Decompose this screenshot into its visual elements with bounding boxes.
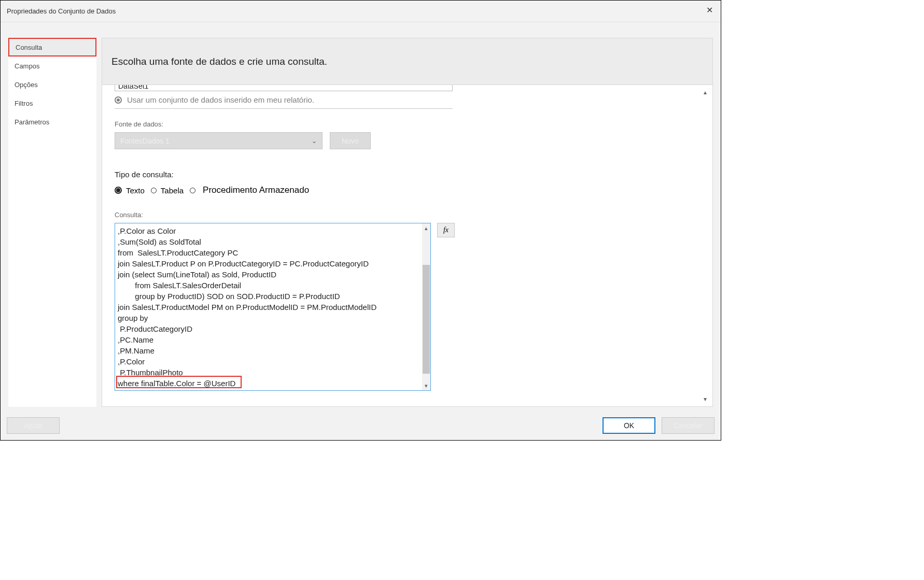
chevron-down-icon: ⌄ xyxy=(312,137,317,145)
datasource-selected-value: FontesDados 1 xyxy=(120,137,170,145)
sidebar-item-parametros[interactable]: Parâmetros xyxy=(8,112,96,131)
query-type-row: Texto Tabela Procedimento Armazenado xyxy=(115,185,700,195)
main-heading: Escolha uma fonte de dados e crie uma co… xyxy=(111,56,327,67)
new-datasource-button-label: Novo xyxy=(342,137,359,145)
query-textarea[interactable] xyxy=(115,223,422,390)
help-button[interactable]: Ajuda xyxy=(7,417,60,434)
ok-button-label: OK xyxy=(624,421,634,430)
query-type-text-radio[interactable] xyxy=(115,187,122,194)
sidebar-item-consulta[interactable]: Consulta xyxy=(8,38,96,56)
sidebar-item-campos[interactable]: Campos xyxy=(8,56,96,75)
dataset-name-value: DataSet1 xyxy=(118,85,148,90)
embedded-dataset-radio-label: Usar um conjunto de dados inserido em me… xyxy=(127,95,314,104)
sidebar-item-label: Parâmetros xyxy=(15,118,49,126)
embedded-dataset-radio-row: Usar um conjunto de dados inserido em me… xyxy=(115,95,700,104)
new-datasource-button[interactable]: Novo xyxy=(330,132,371,149)
window-title: Propriedades do Conjunto de Dados xyxy=(7,7,116,15)
query-type-storedproc-label: Procedimento Armazenado xyxy=(203,185,309,195)
datasource-row: FontesDados 1 ⌄ Novo xyxy=(115,132,700,149)
sidebar-item-opcoes[interactable]: Opções xyxy=(8,75,96,94)
cancel-button[interactable]: Cancelar xyxy=(662,417,715,434)
dialog-body: Consulta Campos Opções Filtros Parâmetro… xyxy=(1,22,721,411)
help-button-label: Ajuda xyxy=(24,421,43,430)
main-header: Escolha uma fonte de dados e crie uma co… xyxy=(102,38,712,85)
query-type-text-label: Texto xyxy=(126,186,145,195)
expression-fx-button[interactable]: fx xyxy=(437,223,455,237)
titlebar: Propriedades do Conjunto de Dados ✕ xyxy=(1,1,721,22)
dataset-name-input[interactable]: DataSet1 xyxy=(115,85,453,91)
query-type-table-label: Tabela xyxy=(161,186,184,195)
query-type-table-radio[interactable] xyxy=(151,188,157,193)
query-textarea-wrap: ▴ ▾ xyxy=(115,223,431,391)
datasource-label: Fonte de dados: xyxy=(115,120,700,128)
main-panel: Escolha uma fonte de dados e crie uma co… xyxy=(102,38,713,407)
main-content: ▴ ▾ DataSet1 Usar um conjunto de dados i… xyxy=(102,85,712,406)
main-scroll-down-icon[interactable]: ▾ xyxy=(701,395,709,403)
main-scroll-up-icon[interactable]: ▴ xyxy=(701,88,709,96)
sidebar-item-label: Opções xyxy=(15,81,38,89)
scroll-down-icon[interactable]: ▾ xyxy=(422,381,430,390)
dataset-properties-dialog: Propriedades do Conjunto de Dados ✕ Cons… xyxy=(0,0,721,441)
query-label: Consulta: xyxy=(115,211,700,219)
sidebar: Consulta Campos Opções Filtros Parâmetro… xyxy=(8,38,96,407)
sidebar-item-filtros[interactable]: Filtros xyxy=(8,94,96,112)
datasource-select[interactable]: FontesDados 1 ⌄ xyxy=(115,132,323,149)
sidebar-item-label: Campos xyxy=(15,62,39,70)
dialog-footer: Ajuda OK Cancelar xyxy=(1,411,721,440)
sidebar-item-label: Filtros xyxy=(15,100,33,107)
close-button[interactable]: ✕ xyxy=(704,6,715,16)
embedded-dataset-radio[interactable] xyxy=(115,96,122,104)
sidebar-item-label: Consulta xyxy=(16,44,42,51)
scroll-up-icon[interactable]: ▴ xyxy=(422,223,430,233)
query-type-storedproc-radio[interactable] xyxy=(190,188,195,193)
query-type-label: Tipo de consulta: xyxy=(115,170,700,179)
query-area-row: ▴ ▾ fx xyxy=(115,223,700,391)
fx-icon: fx xyxy=(443,226,449,234)
ok-button[interactable]: OK xyxy=(603,417,655,434)
divider xyxy=(115,108,453,109)
cancel-button-label: Cancelar xyxy=(674,421,703,430)
scroll-thumb[interactable] xyxy=(423,265,430,374)
query-scrollbar[interactable]: ▴ ▾ xyxy=(422,223,430,390)
